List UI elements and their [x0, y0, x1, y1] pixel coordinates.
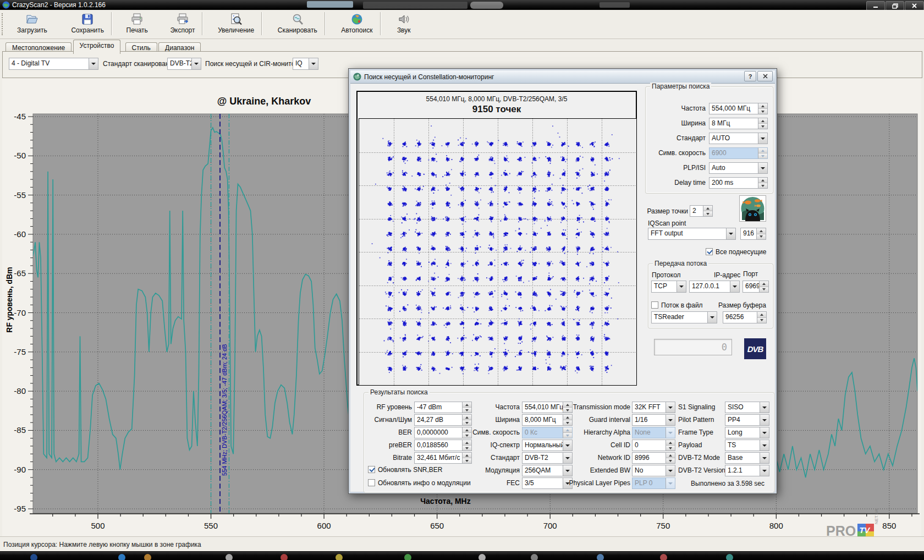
result-pilot-pattern-select[interactable]: PP4 — [725, 414, 769, 426]
spinner-buttons[interactable] — [759, 281, 768, 292]
iqscan-point-stepper[interactable]: 916 — [740, 228, 766, 240]
spinner-buttons[interactable] — [758, 118, 767, 129]
taskbar-icon[interactable] — [336, 554, 343, 560]
spinner-buttons[interactable] — [756, 228, 766, 239]
result-label-ber: BER — [398, 429, 412, 436]
result-bandwidth-stepper[interactable]: 8,000 МГц — [522, 414, 573, 426]
protocol-select[interactable]: TCP — [651, 281, 686, 293]
taskbar-icon[interactable] — [226, 554, 233, 560]
spinner-buttons[interactable] — [462, 453, 471, 463]
checkbox-update-snr-ber[interactable] — [368, 466, 375, 473]
chevron-down-icon[interactable] — [760, 465, 769, 476]
taskbar-icon[interactable] — [479, 554, 486, 560]
buffer-size-stepper[interactable]: 96256 — [723, 311, 767, 323]
chevron-down-icon[interactable] — [563, 465, 572, 476]
result-label-iq-spectrum: IQ-спектр — [491, 441, 520, 449]
result-dvbt2-version-select[interactable]: 1.2.1 — [725, 465, 769, 476]
spinner-buttons[interactable] — [462, 402, 471, 413]
chevron-down-icon[interactable] — [726, 228, 735, 239]
spinner-buttons[interactable] — [563, 402, 572, 413]
chevron-down-icon[interactable] — [666, 402, 675, 413]
chevron-down-icon[interactable] — [760, 402, 769, 413]
result-preber-stepper[interactable]: 0,0188560 — [414, 440, 472, 451]
result-frame-type-select[interactable]: Long — [725, 427, 769, 438]
taskbar-icon[interactable] — [404, 554, 411, 560]
iqscan-source-select[interactable]: FFT output — [648, 228, 736, 240]
stream-to-file-checkbox[interactable] — [651, 301, 658, 309]
spinner-buttons[interactable] — [666, 453, 675, 463]
chevron-down-icon[interactable] — [760, 427, 769, 438]
result-label-physical-layer-pipes: Physical Layer Pipes — [569, 479, 630, 487]
result-fec-select[interactable]: 3/5 — [522, 477, 573, 489]
param-plp-isi-select[interactable]: Auto — [709, 162, 768, 174]
param-delay-time-stepper[interactable]: 200 ms — [709, 177, 768, 189]
result-payload-select[interactable]: TS — [725, 440, 769, 451]
spinner-buttons[interactable] — [758, 103, 767, 114]
result-network-id-stepper[interactable]: 8996 — [632, 452, 675, 464]
chevron-down-icon[interactable] — [760, 440, 769, 451]
spinner-buttons[interactable] — [462, 415, 471, 425]
cat-aquarium-icon[interactable] — [739, 195, 766, 222]
result-transmission-mode-select[interactable]: 32K FFT — [632, 402, 675, 413]
chevron-down-icon[interactable] — [758, 133, 767, 144]
spinner-buttons[interactable] — [666, 440, 675, 451]
chevron-down-icon[interactable] — [563, 440, 572, 451]
dialog-titlebar[interactable]: Поиск несущей и Constellation-мониторинг — [350, 70, 775, 84]
result-ber-stepper[interactable]: 0,0000000 — [414, 427, 472, 438]
chevron-down-icon[interactable] — [760, 453, 769, 463]
taskbar-icon[interactable] — [531, 554, 538, 560]
chevron-down-icon[interactable] — [563, 453, 572, 463]
result-bitrate-stepper[interactable]: 32,461 Мбит/с — [414, 452, 472, 464]
ip-address-select[interactable]: 127.0.0.1 — [689, 281, 740, 293]
result-dvbt2-mode-select[interactable]: Base — [725, 452, 769, 464]
chevron-down-icon[interactable] — [730, 281, 739, 292]
chevron-down-icon[interactable] — [760, 415, 769, 425]
param-bandwidth-stepper[interactable]: 8 МГц — [709, 118, 768, 129]
port-stepper[interactable]: 6969 — [743, 281, 769, 293]
taskbar[interactable] — [0, 551, 924, 560]
spinner-buttons[interactable] — [758, 178, 767, 188]
field-value: 0 Кс — [522, 427, 563, 438]
result-snr-stepper[interactable]: 24,27 dB — [414, 414, 472, 426]
chevron-down-icon[interactable] — [666, 415, 675, 425]
chevron-down-icon[interactable] — [707, 312, 717, 323]
taskbar-icon[interactable] — [597, 554, 604, 560]
result-label-snr: Сигнал/Шум — [375, 416, 413, 424]
result-standard-select[interactable]: DVB-T2 — [522, 452, 573, 464]
point-size-stepper[interactable]: 2 — [690, 205, 713, 217]
result-rf-level-stepper[interactable]: -47 dBm — [414, 402, 472, 413]
chevron-down-icon[interactable] — [758, 163, 767, 173]
reader-select[interactable]: TSReader — [651, 311, 717, 323]
result-iq-spectrum-select[interactable]: Нормальный — [522, 440, 573, 451]
dialog-help-button[interactable]: ? — [744, 71, 756, 81]
chevron-down-icon[interactable] — [666, 465, 675, 476]
taskbar-icon[interactable] — [280, 554, 288, 560]
taskbar-icon[interactable] — [726, 554, 733, 560]
taskbar-icon[interactable] — [144, 554, 151, 560]
param-frequency-stepper[interactable]: 554,000 МГц — [709, 103, 768, 114]
taskbar-icon[interactable] — [30, 554, 37, 560]
spinner-buttons[interactable] — [462, 427, 471, 438]
taskbar-icon[interactable] — [660, 554, 667, 560]
spinner-buttons[interactable] — [563, 415, 572, 425]
all-subcarriers-checkbox[interactable] — [706, 248, 713, 255]
result-guard-interval-select[interactable]: 1/16 — [632, 414, 675, 426]
spinner-buttons[interactable] — [757, 312, 766, 323]
spinner-buttons[interactable] — [703, 206, 712, 216]
chevron-down-icon[interactable] — [676, 281, 686, 292]
x-tick-label: 600 — [317, 521, 331, 530]
checkbox-update-mod-info[interactable] — [368, 479, 375, 486]
result-s1-signaling-select[interactable]: SISO — [725, 402, 769, 413]
result-modulation-select[interactable]: 256QAM — [522, 465, 573, 476]
field-value: Long — [725, 427, 760, 438]
result-frequency-stepper[interactable]: 554,010 МГц — [522, 402, 573, 413]
taskbar-icon[interactable] — [118, 554, 125, 560]
chevron-down-icon — [666, 427, 675, 438]
result-label-transmission-mode: Transmission mode — [573, 403, 630, 411]
result-label-frequency: Частота — [496, 403, 520, 411]
dialog-close-button[interactable] — [757, 71, 773, 81]
param-standard-select[interactable]: AUTO — [709, 133, 768, 144]
result-extended-bw-select[interactable]: No — [632, 465, 675, 476]
result-cell-id-stepper[interactable]: 0 — [632, 440, 675, 451]
spinner-buttons[interactable] — [462, 440, 471, 451]
